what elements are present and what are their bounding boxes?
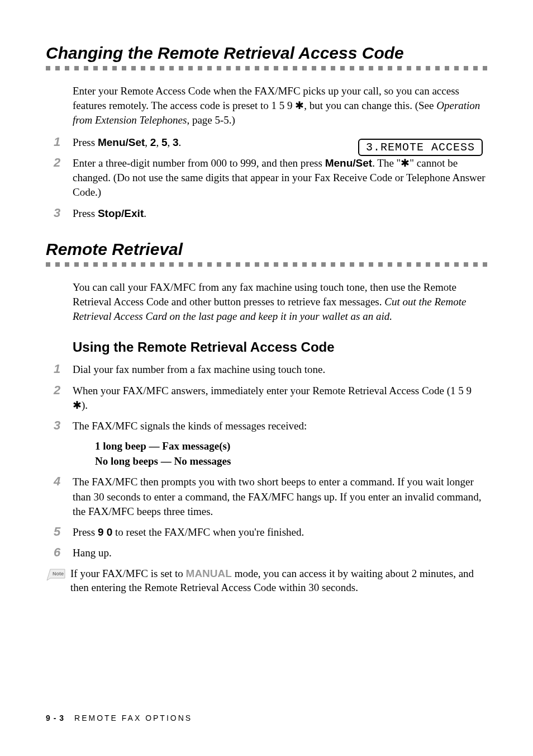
step-number: 6 bbox=[46, 545, 73, 560]
step-number: 5 bbox=[46, 525, 73, 539]
t: 2 bbox=[150, 136, 156, 148]
chapter-title: REMOTE FAX OPTIONS bbox=[74, 714, 192, 722]
dashed-divider bbox=[46, 66, 487, 70]
t: 3 bbox=[173, 136, 179, 148]
step-text: Hang up. bbox=[73, 546, 487, 560]
step-number: 3 bbox=[46, 206, 73, 220]
t: ). bbox=[82, 399, 88, 411]
subsection-heading: Using the Remote Retrieval Access Code bbox=[73, 339, 487, 355]
t: . The " bbox=[372, 157, 401, 169]
step-text: Press Stop/Exit. bbox=[73, 206, 487, 221]
step-number: 1 bbox=[46, 135, 73, 149]
t: Menu/Set bbox=[325, 157, 372, 169]
step-item: 4 The FAX/MFC then prompts you with two … bbox=[46, 474, 487, 519]
t: Enter a three-digit number from 000 to 9… bbox=[73, 157, 325, 169]
beep-info-1: 1 long beep — Fax message(s) bbox=[95, 439, 487, 454]
step-item: 1 Dial your fax number from a fax machin… bbox=[46, 362, 487, 377]
manual-label: MANUAL bbox=[186, 568, 232, 579]
note-icon: Note bbox=[46, 566, 70, 585]
step-item: 6 Hang up. bbox=[46, 545, 487, 560]
intro-text-2: , but you can change this. (See bbox=[304, 100, 436, 111]
step-number: 2 bbox=[46, 155, 73, 170]
dashed-divider bbox=[46, 262, 487, 267]
star-glyph: ✱ bbox=[401, 157, 410, 169]
step-text: The FAX/MFC signals the kinds of message… bbox=[73, 419, 487, 433]
step-text: The FAX/MFC then prompts you with two sh… bbox=[73, 475, 487, 519]
t: Menu/Set bbox=[98, 136, 145, 148]
t: . bbox=[179, 136, 182, 148]
step-item: 3 The FAX/MFC signals the kinds of messa… bbox=[46, 418, 487, 433]
section2-intro: You can call your FAX/MFC from any fax m… bbox=[73, 280, 487, 324]
beep-info-2: No long beeps — No messages bbox=[95, 454, 487, 469]
step-number: 3 bbox=[46, 418, 73, 433]
t: , bbox=[156, 136, 161, 148]
intro-text-3: , page 5-5.) bbox=[187, 114, 235, 126]
step-text: When your FAX/MFC answers, immediately e… bbox=[73, 384, 487, 413]
lcd-display: 3.REMOTE ACCESS bbox=[358, 139, 483, 156]
t: 5 bbox=[161, 136, 168, 148]
section2-steps: 1 Dial your fax number from a fax machin… bbox=[46, 362, 487, 560]
t: , bbox=[167, 136, 173, 148]
t: When your FAX/MFC answers, immediately e… bbox=[73, 385, 472, 396]
section-heading-2: Remote Retrieval bbox=[46, 240, 487, 259]
step-number: 4 bbox=[46, 474, 73, 489]
section1-intro: Enter your Remote Access Code when the F… bbox=[73, 84, 487, 128]
step-number: 1 bbox=[46, 362, 73, 376]
note-text: If your FAX/MFC is set to MANUAL mode, y… bbox=[70, 566, 487, 596]
step-number: 2 bbox=[46, 383, 73, 398]
note-block: Note If your FAX/MFC is set to MANUAL mo… bbox=[46, 566, 487, 596]
t: If your FAX/MFC is set to bbox=[70, 568, 186, 579]
step-text: Press 9 0 to reset the FAX/MFC when you'… bbox=[73, 525, 487, 540]
t: to reset the FAX/MFC when you're finishe… bbox=[112, 526, 304, 538]
star-glyph: ✱ bbox=[73, 399, 82, 411]
step-text: Dial your fax number from a fax machine … bbox=[73, 362, 487, 377]
t: Press bbox=[73, 136, 98, 148]
step-item: 2 When your FAX/MFC answers, immediately… bbox=[46, 383, 487, 413]
section-2: Remote Retrieval You can call your FAX/M… bbox=[46, 240, 487, 595]
t: . bbox=[144, 207, 146, 219]
page-number: 9 - 3 bbox=[46, 714, 64, 722]
step-item: 5 Press 9 0 to reset the FAX/MFC when yo… bbox=[46, 525, 487, 540]
svg-text:Note: Note bbox=[53, 571, 64, 577]
star-glyph: ✱ bbox=[295, 100, 304, 111]
page-footer: 9 - 3REMOTE FAX OPTIONS bbox=[46, 714, 192, 722]
t: Stop/Exit bbox=[98, 207, 144, 219]
step-item: 2 Enter a three-digit number from 000 to… bbox=[46, 155, 487, 200]
section-heading-1: Changing the Remote Retrieval Access Cod… bbox=[46, 44, 487, 63]
t: Press bbox=[73, 207, 98, 219]
t: 9 0 bbox=[98, 526, 112, 538]
t: , bbox=[145, 136, 150, 148]
t: Press bbox=[73, 526, 98, 538]
step-text: Enter a three-digit number from 000 to 9… bbox=[73, 156, 487, 200]
step-item: 3 Press Stop/Exit. bbox=[46, 206, 487, 221]
